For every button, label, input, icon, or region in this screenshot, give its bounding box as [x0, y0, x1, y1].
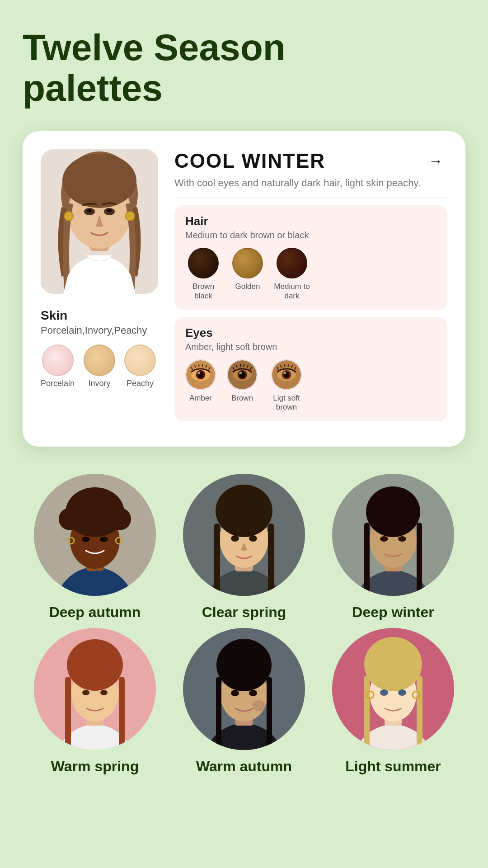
swatch-circle-peachy — [124, 344, 156, 376]
eye-name-amber: Amber — [189, 394, 212, 403]
svg-point-99 — [398, 689, 406, 696]
svg-point-68 — [366, 486, 420, 537]
portrait-light-summer[interactable]: Light summer — [325, 628, 461, 775]
svg-rect-78 — [119, 677, 125, 750]
swatch-circle-invory — [84, 344, 115, 376]
swatch-peachy: Peachy — [124, 344, 156, 388]
swatch-name-peachy: Peachy — [127, 379, 154, 388]
svg-point-52 — [102, 499, 120, 517]
svg-rect-69 — [364, 523, 370, 595]
hair-name-mediumdark: Medium to dark — [274, 282, 310, 301]
hair-swatches: Brown black Golden Medium to dark — [185, 248, 436, 301]
skin-section: Skin Porcelain,Invory,Peachy Porcelain I… — [41, 308, 156, 392]
portrait-deep-winter[interactable]: Deep winter — [325, 474, 461, 621]
swatch-circle-porcelain — [42, 344, 74, 376]
svg-point-37 — [283, 372, 286, 374]
svg-point-98 — [380, 689, 388, 696]
svg-rect-86 — [267, 677, 272, 750]
hair-swatch-golden: Golden — [232, 248, 263, 301]
hair-swatch-mediumdark: Medium to dark — [274, 248, 310, 301]
circle-clear-spring — [183, 474, 305, 596]
portrait-name-light-summer: Light summer — [345, 758, 441, 775]
svg-point-79 — [82, 690, 89, 695]
svg-point-80 — [100, 690, 108, 695]
season-title: COOL WINTER — [174, 150, 325, 172]
skin-label: Skin — [41, 308, 156, 323]
svg-point-54 — [100, 537, 108, 542]
portraits-row-2: Warm spring — [23, 628, 465, 775]
svg-rect-77 — [65, 677, 71, 750]
svg-point-9 — [64, 212, 73, 221]
hair-name-golden: Golden — [235, 282, 260, 291]
svg-point-71 — [380, 536, 388, 542]
card-right: COOL WINTER → With cool eyes and natural… — [174, 149, 447, 428]
eye-circle-amber — [185, 359, 216, 390]
eye-swatch-amber: Amber — [185, 359, 216, 412]
hair-circle-mediumdark — [277, 248, 307, 278]
svg-rect-85 — [216, 677, 221, 750]
eye-circle-brown — [227, 359, 258, 390]
eyes-sublabel: Amber, light soft brown — [185, 342, 436, 352]
circle-light-summer — [332, 628, 454, 750]
portrait-name-warm-spring: Warm spring — [51, 758, 139, 775]
page-wrapper: Twelve Season palettes — [0, 0, 488, 809]
swatch-invory: Invory — [84, 344, 115, 388]
eyes-box: Eyes Amber, light soft brown — [174, 317, 447, 421]
svg-point-89 — [253, 700, 265, 711]
eyes-swatches: Amber — [185, 359, 436, 412]
circle-deep-winter — [332, 474, 454, 596]
portrait-warm-autumn[interactable]: Warm autumn — [176, 628, 312, 775]
svg-rect-61 — [214, 524, 220, 596]
swatch-porcelain: Porcelain — [41, 344, 75, 388]
portrait-deep-autumn[interactable]: Deep autumn — [27, 474, 163, 621]
portrait-clear-spring[interactable]: Clear spring — [176, 474, 312, 621]
eye-name-lightsoftbrown: Ligt soft brown — [268, 394, 305, 412]
hair-box: Hair Medium to dark brown or black Brown… — [174, 205, 447, 310]
circle-warm-spring — [34, 628, 156, 750]
svg-point-15 — [197, 372, 200, 374]
swatch-name-porcelain: Porcelain — [41, 379, 75, 388]
skin-swatches: Porcelain Invory Peachy — [41, 344, 156, 388]
portrait-name-clear-spring: Clear spring — [202, 604, 286, 621]
svg-point-88 — [249, 690, 257, 696]
svg-rect-62 — [268, 524, 274, 596]
portrait-warm-spring[interactable]: Warm spring — [27, 628, 163, 775]
eye-name-brown: Brown — [231, 394, 253, 403]
svg-point-4 — [62, 154, 136, 208]
svg-point-93 — [364, 637, 422, 691]
divider — [174, 198, 447, 198]
hair-circle-brownblack — [188, 248, 219, 278]
svg-point-84 — [216, 639, 272, 691]
svg-point-72 — [398, 536, 406, 542]
skin-subtitle: Porcelain,Invory,Peachy — [41, 325, 156, 336]
card-left: Skin Porcelain,Invory,Peachy Porcelain I… — [41, 149, 158, 428]
arrow-button[interactable]: → — [424, 149, 447, 173]
hair-swatch-brownblack: Brown black — [185, 248, 221, 301]
svg-point-51 — [85, 493, 105, 513]
svg-point-63 — [231, 535, 239, 542]
eye-swatch-lightsoftbrown: Ligt soft brown — [268, 359, 305, 412]
portrait-container — [41, 149, 158, 294]
svg-point-64 — [249, 535, 257, 542]
svg-rect-94 — [364, 676, 370, 750]
portrait-name-deep-autumn: Deep autumn — [49, 604, 141, 621]
page-title: Twelve Season palettes — [23, 27, 465, 108]
svg-rect-70 — [417, 523, 422, 595]
swatch-name-invory: Invory — [89, 379, 111, 388]
svg-point-26 — [239, 372, 242, 374]
season-card: Skin Porcelain,Invory,Peachy Porcelain I… — [23, 131, 465, 446]
svg-rect-95 — [417, 676, 422, 750]
svg-point-76 — [67, 639, 123, 691]
eyes-label: Eyes — [185, 326, 436, 340]
circle-warm-autumn — [183, 628, 305, 750]
portraits-row-1: Deep autumn — [23, 474, 465, 621]
svg-point-87 — [231, 690, 239, 696]
circle-deep-autumn — [34, 474, 156, 596]
eye-circle-lightsoftbrown — [271, 359, 302, 390]
hair-name-brownblack: Brown black — [185, 282, 221, 301]
portrait-name-deep-winter: Deep winter — [352, 604, 434, 621]
season-header: COOL WINTER → — [174, 149, 447, 173]
svg-point-8 — [107, 209, 112, 212]
eye-swatch-brown: Brown — [227, 359, 258, 412]
hair-circle-golden — [232, 248, 263, 278]
